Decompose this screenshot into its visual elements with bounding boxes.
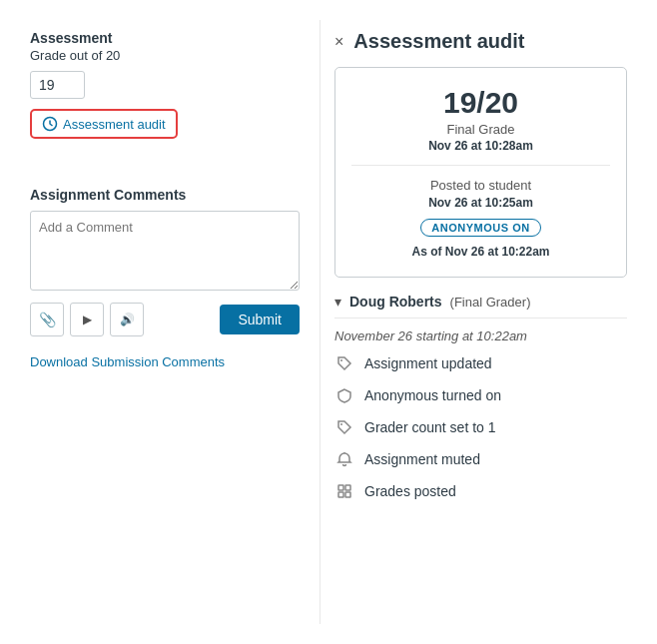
audio-icon: 🔊 (120, 313, 135, 326)
event-label: Grades posted (364, 483, 456, 499)
assessment-audit-button[interactable]: Assessment audit (30, 109, 178, 139)
audit-header: × Assessment audit (334, 30, 627, 53)
event-item: Assignment updated (334, 353, 627, 373)
final-grade-label: Final Grade (351, 122, 610, 137)
video-button[interactable]: ▶ (70, 303, 104, 336)
grader-name: Doug Roberts (349, 294, 442, 310)
event-label: Assignment updated (364, 355, 492, 371)
shield-icon (334, 385, 354, 405)
event-item: Assignment muted (334, 449, 627, 469)
grade-display: 19/20 (351, 86, 610, 120)
comment-actions: 📎 ▶ 🔊 Submit (30, 303, 300, 336)
comment-textarea[interactable] (30, 211, 300, 291)
posted-date: Nov 26 at 10:25am (351, 196, 610, 210)
svg-rect-6 (338, 492, 343, 497)
card-divider (351, 165, 610, 166)
clock-icon (42, 116, 58, 132)
svg-rect-7 (345, 492, 350, 497)
right-panel: × Assessment audit 19/20 Final Grade Nov… (320, 20, 637, 624)
chevron-down-icon: ▾ (334, 294, 341, 310)
tag-icon (334, 353, 354, 373)
as-of-date: As of Nov 26 at 10:22am (351, 245, 610, 259)
audit-panel-title: Assessment audit (353, 30, 524, 53)
svg-point-2 (340, 423, 342, 425)
event-label: Grader count set to 1 (364, 419, 496, 435)
submit-button[interactable]: Submit (220, 305, 300, 334)
event-date-header: November 26 starting at 10:22am (334, 328, 627, 343)
paperclip-icon: 📎 (39, 312, 56, 327)
svg-point-1 (340, 359, 342, 361)
grader-role: (Final Grader) (450, 295, 531, 310)
event-item: Anonymous turned on (334, 385, 627, 405)
grade-card: 19/20 Final Grade Nov 26 at 10:28am Post… (334, 67, 627, 278)
audit-button-label: Assessment audit (63, 117, 166, 132)
grade-date: Nov 26 at 10:28am (351, 139, 610, 153)
left-panel: Assessment Grade out of 20 Assessment au… (20, 20, 320, 624)
event-label: Anonymous turned on (364, 387, 501, 403)
event-item: Grader count set to 1 (334, 417, 627, 437)
bell-icon (334, 449, 354, 469)
event-item: Grades posted (334, 481, 627, 501)
grade-input[interactable] (30, 71, 85, 99)
svg-rect-5 (345, 485, 350, 490)
audio-button[interactable]: 🔊 (110, 303, 144, 336)
event-list: Assignment updated Anonymous turned on (334, 353, 627, 501)
svg-rect-4 (338, 485, 343, 490)
grader-row[interactable]: ▾ Doug Roberts (Final Grader) (334, 294, 627, 310)
assessment-label: Assessment (30, 30, 300, 46)
close-button[interactable]: × (334, 34, 343, 50)
download-submission-comments-link[interactable]: Download Submission Comments (30, 354, 225, 369)
attach-button[interactable]: 📎 (30, 303, 64, 336)
video-icon: ▶ (83, 313, 92, 326)
tag2-icon (334, 417, 354, 437)
assignment-comments-label: Assignment Comments (30, 187, 300, 203)
section-divider (334, 318, 627, 319)
grid-icon (334, 481, 354, 501)
event-label: Assignment muted (364, 451, 480, 467)
posted-label: Posted to student (351, 178, 610, 193)
grade-out-of-label: Grade out of 20 (30, 48, 300, 63)
anon-badge: ANONYMOUS ON (420, 219, 540, 237)
